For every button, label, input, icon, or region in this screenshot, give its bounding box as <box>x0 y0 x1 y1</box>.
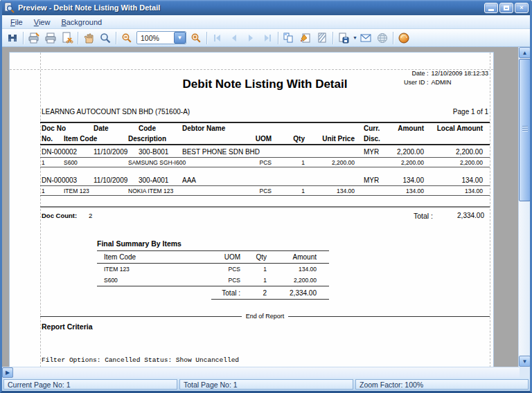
previous-page-icon[interactable] <box>226 30 242 46</box>
maximize-button[interactable] <box>499 3 513 13</box>
summary-amount: 134.00 <box>299 264 317 275</box>
page-setup-icon[interactable] <box>59 30 76 46</box>
item-row: 1 ITEM 123 NOKIA ITEM 123 PCS 1 134.00 1… <box>40 186 490 196</box>
chevron-down-icon[interactable]: ▼ <box>174 32 186 44</box>
help-icon[interactable] <box>396 30 412 46</box>
web-icon[interactable] <box>374 30 391 46</box>
col-description: Description <box>128 134 166 144</box>
company-name: LEARNNG AUTOCOUNT SDN BHD (751600-A) <box>42 108 190 116</box>
scroll-down-icon[interactable]: ▼ <box>519 356 531 367</box>
item-row: 1 S600 SAMSUNG SGH-I600 PCS 1 2,200.00 2… <box>40 158 490 167</box>
window-title: Preview - Debit Note Listing With Detail <box>18 3 160 12</box>
status-current-page: Current Page No: 1 <box>3 379 177 390</box>
report-content: Date : 12/10/2009 18:12:33 User ID : ADM… <box>40 69 490 367</box>
pan-hand-icon[interactable] <box>80 30 97 46</box>
summary-col-amount: Amount <box>293 251 317 264</box>
preview-window: Preview - Debit Note Listing With Detail… <box>0 0 532 393</box>
total-label: Total : <box>414 212 433 220</box>
email-icon[interactable] <box>357 30 374 46</box>
minimize-button[interactable] <box>484 3 498 13</box>
doc-code: 300-A001 <box>139 175 168 186</box>
page-info: Page 1 of 1 <box>453 108 488 116</box>
item-qty: 1 <box>301 158 305 167</box>
zoom-level-value[interactable]: 100% <box>137 34 174 42</box>
zoom-level-combo[interactable]: 100% ▼ <box>136 31 186 44</box>
doc-curr: MYR <box>364 147 379 158</box>
doc-no: DN-000003 <box>42 175 77 186</box>
item-code: ITEM 123 <box>64 186 89 196</box>
title-bar[interactable]: Preview - Debit Note Listing With Detail… <box>0 0 532 15</box>
menu-background[interactable]: Background <box>55 16 107 28</box>
report-title: Debit Note Listing With Detail <box>40 77 490 91</box>
right-margin-guide <box>490 53 490 367</box>
table-header-row-1: Doc No Date Code Debtor Name Curr. Amoun… <box>40 123 490 134</box>
summary-header-row: Item Code UOM Qty Amount <box>97 250 329 264</box>
doc-local-amount: 2,200.00 <box>456 147 483 158</box>
menu-bar: File View Background <box>2 15 530 29</box>
zoom-out-icon[interactable] <box>118 30 135 46</box>
summary-total-qty: 2 <box>263 286 267 300</box>
doc-count-row: Doc Count: 2 Total : 2,334.00 <box>40 212 490 223</box>
zoom-in-icon[interactable] <box>188 30 204 46</box>
item-no: 1 <box>42 186 45 196</box>
col-unit-price: Unit Price <box>322 134 355 144</box>
menu-view[interactable]: View <box>28 16 56 28</box>
col-curr: Curr. <box>364 123 380 134</box>
last-page-icon[interactable] <box>259 30 276 46</box>
item-code: S600 <box>64 158 78 167</box>
col-doc-no: Doc No <box>42 123 66 134</box>
col-uom: UOM <box>256 134 272 144</box>
doc-curr: MYR <box>364 175 379 186</box>
preview-app-icon <box>3 2 15 13</box>
multiple-pages-icon[interactable] <box>281 30 297 46</box>
doc-count-value: 2 <box>89 212 92 219</box>
vertical-scroll-thumb[interactable] <box>519 59 531 201</box>
scroll-up-icon[interactable]: ▲ <box>519 47 531 58</box>
doc-debtor: AAA <box>182 175 196 186</box>
item-unit-price: 2,200.00 <box>332 158 355 167</box>
table-header: Doc No Date Code Debtor Name Curr. Amoun… <box>40 122 490 145</box>
section-divider <box>40 206 490 208</box>
zoom-mode-icon[interactable] <box>97 30 114 46</box>
summary-col-qty: Qty <box>256 251 267 264</box>
horizontal-scrollbar[interactable]: ◀ ▶ <box>2 367 520 378</box>
item-local-amount: 134.00 <box>465 186 483 196</box>
menu-file[interactable]: File <box>5 16 28 28</box>
summary-total-row: Total : 2 2,334.00 <box>97 286 329 300</box>
scroll-right-icon[interactable]: ▶ <box>2 367 13 378</box>
close-button[interactable]: × <box>515 3 529 13</box>
col-date: Date <box>94 123 109 134</box>
doc-code: 300-B001 <box>139 147 168 158</box>
report-criteria-title: Report Criteria <box>42 322 93 331</box>
find-icon[interactable] <box>4 30 21 46</box>
item-local-amount: 2,200.00 <box>460 158 483 167</box>
next-page-icon[interactable] <box>242 30 259 46</box>
col-debtor-name: Debtor Name <box>182 123 225 134</box>
item-description: SAMSUNG SGH-I600 <box>128 158 186 167</box>
col-item-code: Item Code <box>64 134 97 144</box>
item-amount: 2,200.00 <box>401 158 424 167</box>
item-uom: PCS <box>260 186 272 196</box>
print-report-icon[interactable] <box>26 30 42 46</box>
watermark-icon[interactable] <box>314 30 330 46</box>
export-dropdown-icon[interactable]: ▼ <box>353 35 357 40</box>
vertical-scrollbar[interactable]: ▲ ▼ <box>518 47 530 367</box>
page-color-icon[interactable] <box>297 30 314 46</box>
doc-row: DN-000002 11/10/2009 300-B001 BEST PHONE… <box>40 147 490 158</box>
summary-row: S600 PCS 1 2,200.00 <box>97 275 329 286</box>
summary-uom: PCS <box>229 264 240 275</box>
print-icon[interactable] <box>42 30 59 46</box>
preview-viewport: Date : 12/10/2009 18:12:33 User ID : ADM… <box>2 47 530 367</box>
summary-qty: 1 <box>263 264 267 275</box>
export-icon[interactable] <box>335 30 352 46</box>
col-disc: Disc. <box>364 134 380 144</box>
doc-count-label: Doc Count: <box>42 212 77 219</box>
summary-total-underline <box>211 299 329 300</box>
summary-item-code: S600 <box>104 275 118 286</box>
first-page-icon[interactable] <box>209 30 226 46</box>
summary-item-code: ITEM 123 <box>104 264 130 275</box>
doc-group: DN-000002 11/10/2009 300-B001 BEST PHONE… <box>40 147 490 167</box>
col-qty: Qty <box>293 134 305 144</box>
status-zoom-factor: Zoom Factor: 100% <box>355 379 529 390</box>
report-criteria-lines: Filter Options: Cancelled Status: Show U… <box>42 338 239 367</box>
